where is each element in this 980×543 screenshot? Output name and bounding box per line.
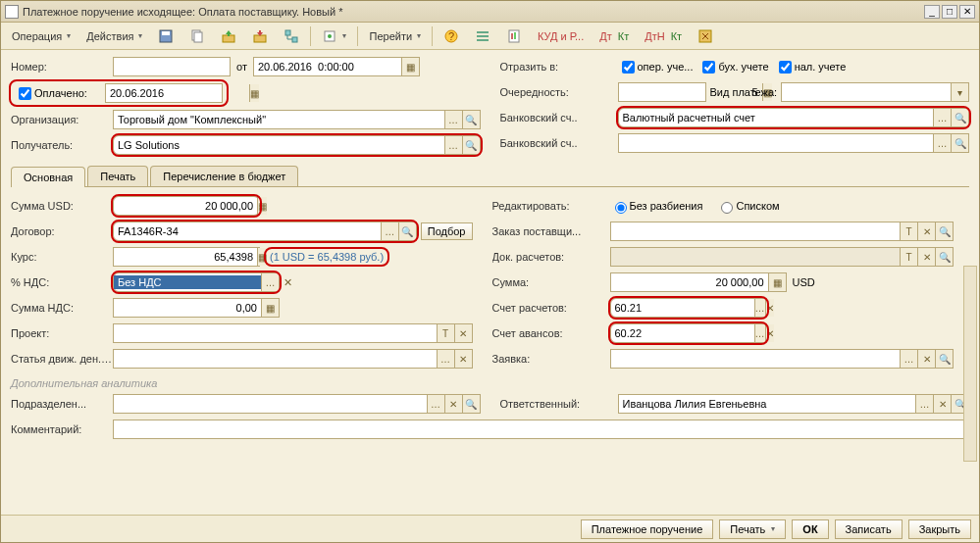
tab-print[interactable]: Печать [87,166,148,186]
ellipsis-icon[interactable]: … [444,111,462,128]
resp-field[interactable]: …✕🔍 [618,394,970,414]
save-button[interactable]: Записать [835,519,903,539]
kudir-button[interactable]: КУД и Р... [531,27,591,45]
recv-field[interactable]: …🔍 [113,135,481,155]
minimize-button[interactable]: _ [924,5,940,19]
flow-field[interactable]: …✕ [113,349,473,369]
tab-budget[interactable]: Перечисление в бюджет [150,166,298,186]
sum-usd-field[interactable]: ▦ [113,196,260,216]
tool-copy-icon[interactable] [182,25,212,47]
calculator-icon[interactable]: ▦ [768,273,786,291]
ellipsis-icon[interactable]: … [444,136,462,154]
dtkt-button[interactable]: ДтКт [593,29,636,43]
search-icon[interactable]: 🔍 [935,350,953,368]
clear-icon[interactable]: ✕ [765,324,774,342]
tool-structure-icon[interactable] [277,25,306,47]
dropdown-icon[interactable]: ▾ [951,83,968,101]
request-field[interactable]: …✕🔍 [610,349,954,369]
ellipsis-icon[interactable]: … [754,299,765,317]
comment-field[interactable] [113,420,969,439]
maximize-button[interactable]: □ [942,5,957,19]
clear-icon[interactable]: ✕ [933,395,951,413]
search-icon[interactable]: 🔍 [951,134,968,152]
org-field[interactable]: …🔍 [113,110,481,129]
clear-icon[interactable]: ✕ [917,350,935,368]
tool-post-icon[interactable] [214,25,243,47]
search-icon[interactable]: 🔍 [398,222,416,240]
clear-icon[interactable]: ✕ [444,395,462,413]
operation-menu[interactable]: Операция [5,27,77,45]
tool-unpost-icon[interactable] [245,25,275,47]
ellipsis-icon[interactable]: … [754,324,765,342]
calculator-icon[interactable]: ▦ [261,299,279,317]
sum2-field[interactable]: ▦ [610,272,787,292]
ellipsis-icon[interactable]: … [381,222,398,240]
vatpct-field[interactable]: Без НДС… [113,272,280,292]
acct-av-field[interactable]: …✕ [610,323,767,343]
ellipsis-icon[interactable]: … [933,109,951,126]
ellipsis-icon[interactable]: … [427,395,444,413]
close-button[interactable]: ✕ [959,5,975,19]
clear-icon[interactable]: ✕ [280,276,295,289]
contract-field[interactable]: …🔍 [113,222,417,241]
ellipsis-icon[interactable]: … [900,350,917,368]
ellipsis-icon[interactable]: … [437,350,454,368]
vatsum-field[interactable]: ▦ [113,298,280,318]
clear-icon[interactable]: ✕ [454,324,472,342]
clear-icon[interactable]: ✕ [917,222,935,240]
print-menu-button[interactable]: Печать [719,519,786,539]
print-doc-button[interactable]: Платежное поручение [581,519,714,539]
calendar-icon[interactable]: ▦ [249,84,259,102]
ellipsis-icon[interactable]: … [915,395,933,413]
dtkt-n-button[interactable]: ДтНКт [638,29,689,43]
search-icon[interactable]: 🔍 [935,222,953,240]
dept-label: Подразделен... [11,398,113,410]
separator [357,26,358,46]
tool-report-icon[interactable] [499,25,529,47]
rate-field[interactable]: ▦ [113,247,260,267]
clear-icon[interactable]: ✕ [454,350,472,368]
text-icon[interactable]: T [437,324,454,342]
edit-radio-list[interactable] [721,202,733,214]
rate-hint: (1 USD = 65,4398 руб.) [266,249,387,265]
close-button[interactable]: Закрыть [908,519,971,539]
text-icon[interactable]: T [900,222,917,240]
goto-menu[interactable]: Перейти [362,27,428,45]
acct-ras-field[interactable]: …✕ [610,298,767,318]
order-field[interactable]: T✕🔍 [610,222,954,241]
dept-field[interactable]: …✕🔍 [113,394,481,414]
scrollbar[interactable] [963,266,977,462]
nal-checkbox[interactable] [779,61,792,74]
tab-main[interactable]: Основная [11,167,85,187]
paid-date-field[interactable]: ▦ [105,83,223,103]
edit-radio-nosplit[interactable] [615,202,627,214]
bank2-field[interactable]: …🔍 [618,133,970,153]
ok-button[interactable]: ОК [792,519,828,539]
project-field[interactable]: T✕ [113,323,473,343]
bank1-field[interactable]: …🔍 [618,108,970,127]
search-icon[interactable]: 🔍 [951,109,968,126]
ellipsis-icon[interactable]: … [261,273,279,291]
priority-field[interactable]: ▦ [618,82,706,102]
ellipsis-icon[interactable]: … [933,134,951,152]
paid-checkbox[interactable] [19,87,31,100]
calculator-icon[interactable]: ▦ [257,197,267,215]
date-field[interactable]: ▦ [253,57,420,76]
buh-checkbox[interactable] [702,61,715,74]
oper-checkbox[interactable] [622,61,635,74]
svg-point-9 [328,34,332,38]
select-button[interactable]: Подбор [421,222,473,240]
tool-save-icon[interactable] [151,25,181,47]
tool-basis-icon[interactable] [315,25,353,47]
actions-menu[interactable]: Действия [79,27,149,45]
number-field[interactable] [113,57,231,76]
search-icon[interactable]: 🔍 [462,111,480,128]
clear-icon[interactable]: ✕ [765,299,774,317]
tool-settings-icon[interactable] [691,25,720,47]
search-icon[interactable]: 🔍 [462,136,480,154]
calendar-icon[interactable]: ▦ [401,58,419,75]
help-icon[interactable]: ? [437,25,466,47]
tool-list-icon[interactable] [468,25,497,47]
search-icon[interactable]: 🔍 [462,395,480,413]
paytype-field[interactable]: ▾ [781,82,969,102]
